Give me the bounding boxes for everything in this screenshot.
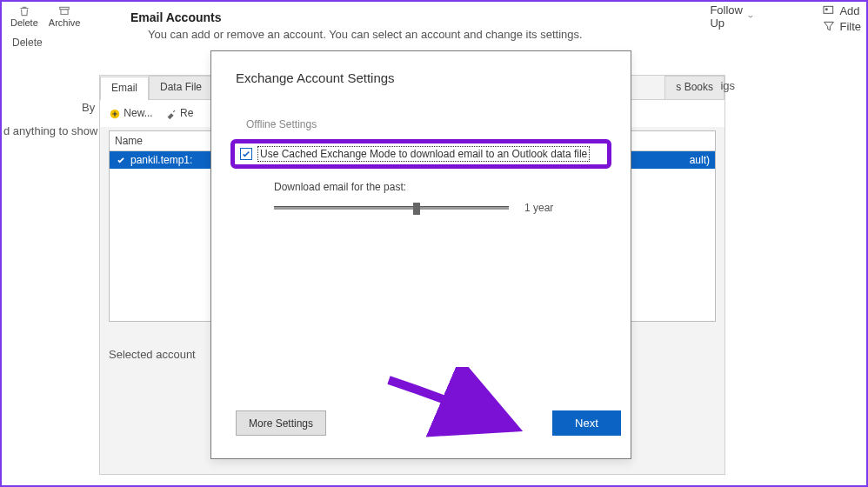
ribbon-group-delete-label: Delete [7, 35, 48, 50]
cached-mode-label[interactable]: Use Cached Exchange Mode to download ema… [257, 146, 590, 162]
selected-account-label: Selected account [109, 348, 196, 361]
account-default-cell: ault) [690, 154, 710, 166]
next-button[interactable]: Next [552, 410, 621, 436]
svg-rect-1 [61, 10, 68, 15]
svg-rect-2 [824, 6, 833, 13]
cached-mode-checkbox[interactable] [240, 148, 252, 160]
dialog-title: Exchange Account Settings [211, 51, 631, 92]
tab-email[interactable]: Email [100, 77, 149, 100]
nothing-to-show-label: d anything to show [3, 124, 97, 137]
exchange-settings-dialog: Exchange Account Settings Offline Settin… [210, 50, 631, 459]
slider-value-label: 1 year [524, 202, 553, 214]
column-name-header[interactable]: Name [115, 135, 143, 147]
new-icon [109, 108, 121, 120]
download-past-slider[interactable] [274, 206, 509, 210]
download-past-label: Download email for the past: [211, 169, 631, 198]
accounts-description: You can add or remove an account. You ca… [148, 28, 583, 41]
arrange-by-label: By [82, 101, 97, 114]
ribbon-followup-button[interactable]: Follow Up [710, 3, 753, 30]
offline-settings-header: Offline Settings [211, 92, 631, 139]
svg-point-3 [825, 8, 828, 10]
tab-data-files[interactable]: Data File [149, 76, 213, 99]
accounts-title: Email Accounts [130, 10, 222, 24]
chevron-down-icon [748, 13, 753, 20]
archive-icon [56, 5, 73, 17]
ribbon-add-button[interactable]: Add [822, 3, 861, 17]
ribbon-delete-label: Delete [10, 17, 38, 28]
delete-icon [16, 5, 33, 17]
ribbon-followup-label: Follow Up [710, 3, 744, 30]
default-check-icon [115, 154, 127, 166]
ribbon-filter-label: Filte [839, 20, 861, 33]
cached-mode-highlight: Use Cached Exchange Mode to download ema… [230, 139, 611, 169]
toolbar-new-button[interactable]: New... [109, 107, 153, 120]
toolbar-repair-button[interactable]: Re [165, 107, 194, 120]
ribbon-archive-label: Archive [49, 17, 81, 28]
toolbar-repair-label: Re [180, 107, 193, 119]
ribbon-archive-button[interactable]: Archive [45, 3, 84, 30]
ribbon-delete-button[interactable]: Delete [7, 3, 42, 30]
tags-group-fragment: igs [715, 76, 740, 96]
account-name-cell: pankil.temp1: [130, 154, 192, 166]
toolbar-new-label: New... [124, 107, 152, 119]
repair-icon [165, 108, 177, 120]
slider-thumb[interactable] [413, 203, 420, 215]
folder-pane-fragment: By d anything to show [3, 101, 97, 137]
checkmark-icon [242, 150, 250, 158]
filter-icon [822, 19, 836, 33]
more-settings-button[interactable]: More Settings [236, 410, 326, 436]
add-contact-icon [822, 3, 836, 17]
ribbon-add-label: Add [839, 4, 859, 17]
ribbon-filter-button[interactable]: Filte [822, 19, 861, 33]
